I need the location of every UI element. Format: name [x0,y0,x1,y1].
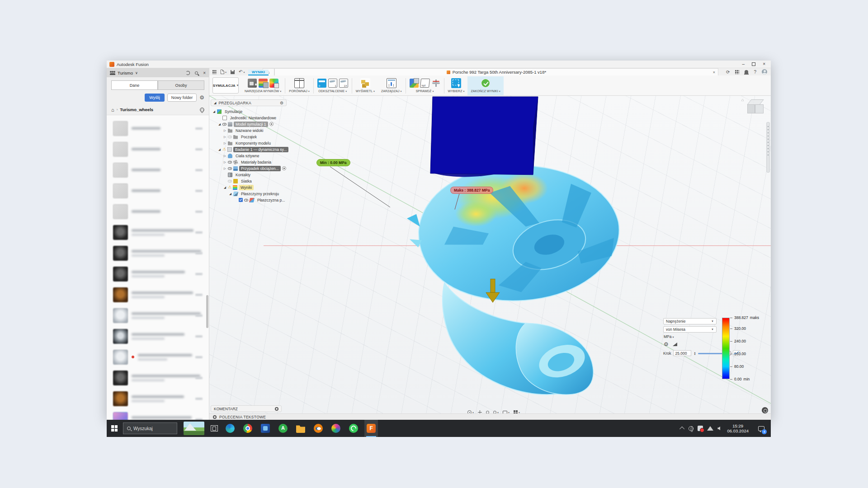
app-grid-icon[interactable] [212,70,217,74]
widgets-weather-thumbnail[interactable] [184,422,204,435]
ribbon-group-zarządzaj[interactable]: ZARZĄDZAJ▾ [378,76,405,95]
file-list-item[interactable] [107,347,209,367]
tree-item-label[interactable]: Kontakty [234,172,252,178]
finish-icon[interactable] [481,78,491,88]
settings-gear-icon[interactable]: ⚙ [199,95,204,100]
legend-settings-gear-icon[interactable]: ⚙ [664,342,669,347]
tree-caret-icon[interactable]: ▷ [223,160,226,164]
file-list-item[interactable] [107,139,209,160]
result-measure-dropdown[interactable]: von Misesa▼ [663,326,717,333]
chevron-down-icon[interactable]: ∨ [135,71,138,75]
tray-expand-icon[interactable] [679,427,684,432]
active-radio-icon[interactable] [269,122,274,126]
tree-caret-icon[interactable]: ◢ [218,122,221,126]
tree-item-label[interactable]: Siatka [239,178,254,184]
data-panel-tab-osoby[interactable]: Osoby [158,80,204,90]
file-menu-icon[interactable] [221,70,224,74]
taskbar-clock[interactable]: 15:29 06.03.2024 [724,423,751,433]
close-button[interactable]: × [763,62,765,66]
tree-caret-icon[interactable]: ◢ [218,148,221,151]
ribbon-group-wyświetl[interactable]: WYŚWIETL▾ [353,76,378,95]
legend-gradient-icon[interactable] [673,343,677,346]
ribbon-group-sprawdź[interactable]: SPRAWDŹ▾ [406,76,443,95]
breadcrumb-folder[interactable]: Turismo_wheels [120,107,153,112]
browser-tree-item[interactable]: ▷Ciała sztywne [211,153,316,159]
palette-icon[interactable] [259,79,268,88]
tree-caret-icon[interactable]: ◢ [212,110,216,113]
visibility-eye-icon[interactable] [222,123,226,126]
taskbar-app-edge[interactable] [223,420,237,437]
extensions-grid-icon[interactable] [735,70,739,74]
tree-item-label[interactable]: Jednostki: Niestandardowe [228,115,278,121]
ribbon-group-odkształcenie[interactable]: ODKSZTAŁCENIE▾ [314,76,351,95]
file-list-item[interactable] [107,409,209,420]
visibility-eye-icon[interactable] [228,180,232,183]
visibility-eye-icon[interactable] [228,167,232,170]
tree-caret-icon[interactable]: ▷ [223,129,226,132]
tree-item-label[interactable]: Początek [239,134,259,140]
job-status-icon[interactable]: ⟳ [726,70,730,75]
browser-gear-icon[interactable]: ⚙ [280,100,283,106]
file-list-item[interactable] [107,222,209,243]
view-home-icon[interactable]: ⌂ [741,98,744,102]
tree-item-label[interactable]: Komponenty modelu [234,141,273,146]
close-panel-icon[interactable]: × [203,71,206,75]
tree-item-label[interactable]: Wyniki [239,185,254,190]
browser-tree-item[interactable]: ▷Komponenty modelu [211,140,316,146]
browser-tree-item[interactable]: Siatka [211,178,316,184]
manage-icon[interactable] [387,78,396,88]
file-list-item[interactable] [107,180,209,201]
orbit-tool[interactable]: ▾ [467,410,474,413]
browser-tree-item[interactable]: ◢Płaszczyzny przekroju [211,191,316,197]
fit-tool[interactable]: ▾ [493,411,499,413]
ribbon-group-porównaj[interactable]: PORÓWNAJ▾ [286,76,312,95]
tree-caret-icon[interactable]: ◢ [223,186,226,189]
unit-dropdown[interactable]: MPa▾ [664,334,767,339]
view-cube[interactable]: ⌂ [745,99,766,119]
step-spinner[interactable]: ▲▼ [693,352,696,355]
tree-item-label[interactable]: Płaszczyzny przekroju [239,191,281,197]
refresh-icon[interactable] [186,71,190,75]
bell-icon[interactable] [745,70,748,74]
comments-bar[interactable]: KOMENTARZ [211,405,282,412]
browser-tree-item[interactable]: Płaszczyzna p... [211,197,316,203]
tree-item-label[interactable]: Ciała sztywne [234,153,261,159]
deform1x-icon[interactable] [339,79,348,88]
tree-item-label[interactable]: Nazwane widoki [234,128,265,133]
taskbar-app-whatsapp[interactable] [347,420,360,437]
tree-item-label[interactable]: Badanie 1 — dynamiczna sy... [233,147,288,152]
browser-tree-item[interactable]: ▷Przypadek obciążen... [211,165,316,171]
tray-volume-icon[interactable] [717,427,720,431]
maximize-button[interactable] [752,62,755,66]
ribbon-group-zakończ-wyniki[interactable]: ZAKOŃCZ WYNIKI▾ [467,76,503,95]
undo-icon[interactable]: ↶ [239,70,242,74]
browser-tree-item[interactable]: Jednostki: Niestandardowe [211,115,316,121]
checkbox-checked[interactable] [239,198,243,202]
results-context-tab[interactable]: WYNIKI [248,70,269,75]
file-list-item[interactable] [107,118,209,139]
anim-icon[interactable] [248,79,257,88]
browser-tree-item[interactable]: ▷Początek [211,134,316,140]
visibility-eye-icon[interactable] [228,136,232,138]
step-input[interactable]: 25.000 [673,350,691,356]
home-icon[interactable]: ⌂ [111,108,114,112]
browser-tree-item[interactable]: ▷Materiały badania [211,159,316,165]
tree-item-label[interactable]: Materiały badania [239,160,273,165]
taskbar-app-fusion[interactable] [364,420,378,437]
file-list-item[interactable] [107,201,209,222]
search-icon[interactable] [195,71,198,75]
tree-caret-icon[interactable]: ▷ [223,135,226,139]
save-icon[interactable] [231,70,235,74]
tree-item-label[interactable]: Model symulacji 1 [234,122,268,127]
select-icon[interactable] [451,78,461,88]
taskbar-app-blender[interactable] [311,420,325,437]
web-view-icon[interactable] [200,108,204,112]
browser-tree-item[interactable]: ◢Symulacje [211,108,316,114]
file-list-item[interactable] [107,263,209,284]
compare-icon[interactable] [294,78,304,88]
browser-tree-item[interactable]: ◢⚠Wyniki [211,184,316,190]
viewport-3d[interactable]: ◢ PRZEGLĄDARKA ⚙ ◢SymulacjeJednostki: Ni… [209,96,771,413]
active-radio-icon[interactable] [282,166,286,170]
start-button[interactable] [107,420,122,437]
data-panel-tab-dane[interactable]: Dane [111,80,158,90]
